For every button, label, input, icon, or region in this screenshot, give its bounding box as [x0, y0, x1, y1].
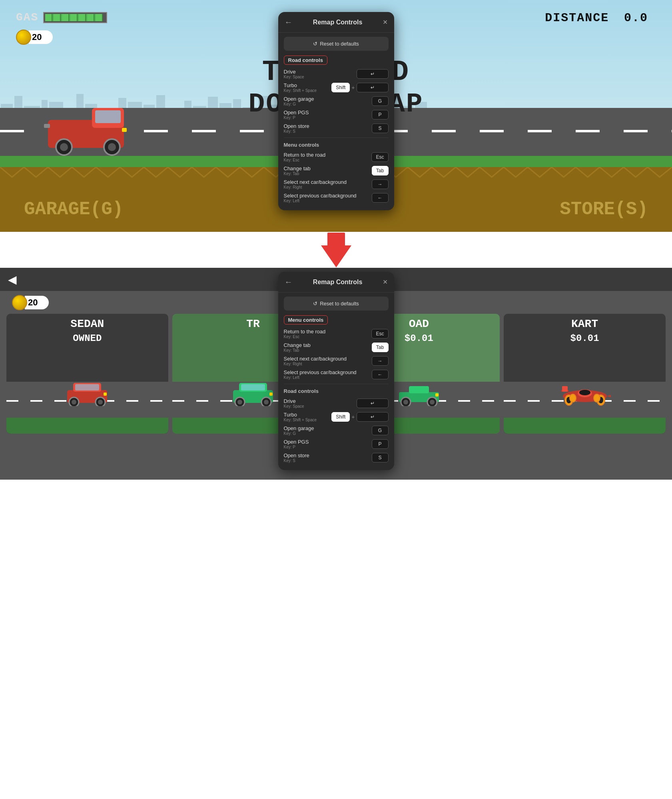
pgs-key-btn[interactable]: P [372, 110, 389, 120]
modal-header-top: ← Remap Controls × [278, 12, 394, 33]
return-key-btn[interactable]: Esc [371, 152, 388, 162]
svg-point-21 [237, 400, 242, 404]
control-row-prev-bottom: Select previous car/background Key: Left… [284, 369, 389, 380]
pgs-key-btn-b[interactable]: P [372, 439, 389, 449]
return-key-btn-b[interactable]: Esc [371, 329, 388, 339]
coin-display-bottom: 20 [12, 295, 49, 310]
menu-controls-section-bottom: Menu controls [284, 315, 328, 325]
prev-key-btn-b[interactable]: ← [372, 370, 389, 379]
control-row-next-top: Select next car/background Key: Right → [284, 179, 389, 189]
control-name-prev: Select previous car/background [284, 193, 372, 199]
control-info-store-top: Open store Key: S [284, 123, 372, 133]
svg-point-42 [570, 394, 576, 402]
gas-bar [43, 12, 107, 23]
modal-back-btn-top[interactable]: ← [285, 18, 293, 27]
gas-hud: GAS [16, 11, 107, 24]
turbo-shift-btn-b[interactable]: Shift [331, 412, 350, 422]
control-row-next-bottom: Select next car/background Key: Right → [284, 356, 389, 366]
control-key-store: Key: S [284, 129, 372, 133]
control-info-turbo-bottom: Turbo Key: Shift + Space [284, 412, 332, 422]
control-info-drive-bottom: Drive Key: Space [284, 398, 357, 408]
garage-key-btn[interactable]: G [372, 96, 389, 106]
control-name-return-b: Return to the road [284, 329, 372, 335]
drive-key-btn-b[interactable]: ↵ [357, 399, 389, 408]
gas-seg-7 [96, 14, 103, 21]
oad-car-img [397, 378, 441, 408]
next-key-btn[interactable]: → [372, 179, 389, 189]
control-name-changetab-b: Change tab [284, 342, 372, 348]
control-row-store-bottom: Open store Key: S S [284, 452, 389, 463]
modal-body-bottom[interactable]: ↺ Reset to defaults Menu controls Return… [278, 293, 394, 470]
control-info-changetab-top: Change tab Key: Tab [284, 165, 372, 176]
svg-point-43 [594, 394, 600, 402]
kart-label: KART [504, 318, 666, 330]
reset-icon-top: ↺ [313, 41, 317, 47]
car-card-kart[interactable]: KART $0.01 [504, 314, 666, 434]
distance-hud: DISTANCE 0.0 [545, 11, 648, 25]
car-card-sedan[interactable]: SEDAN OWNED [6, 314, 168, 434]
sedan-sub: OWNED [6, 333, 168, 344]
store-key-btn[interactable]: S [372, 124, 389, 133]
road-controls-section-bottom: Road controls [284, 388, 389, 394]
modal-close-btn-top[interactable]: × [383, 18, 388, 27]
bottom-remap-modal[interactable]: ← Remap Controls × ↺ Reset to defaults M… [278, 272, 394, 470]
control-name-turbo-b: Turbo [284, 412, 332, 418]
kart-sub: $0.01 [504, 333, 666, 344]
svg-point-15 [98, 400, 103, 404]
top-remap-modal[interactable]: ← Remap Controls × ↺ Reset to defaults R… [278, 12, 394, 210]
control-name-drive: Drive [284, 69, 357, 75]
control-info-changetab-bottom: Change tab Key: Tab [284, 342, 372, 353]
prev-key-btn[interactable]: ← [372, 193, 389, 203]
store-back-btn[interactable]: ◀ [8, 273, 17, 286]
modal-back-btn-bottom[interactable]: ← [285, 277, 293, 287]
red-truck [44, 104, 132, 157]
control-name-store-b: Open store [284, 452, 372, 458]
reset-defaults-btn-bottom[interactable]: ↺ Reset to defaults [284, 297, 389, 311]
store-label: STORE(S) [560, 199, 648, 220]
svg-point-4 [60, 143, 68, 151]
reset-icon-bottom: ↺ [313, 301, 317, 307]
modal-body-top[interactable]: ↺ Reset to defaults Road controls Drive … [278, 33, 394, 210]
svg-point-6 [108, 143, 116, 151]
control-row-pgs-top: Open PGS Key: P P [284, 110, 389, 120]
control-name-turbo: Turbo [284, 82, 332, 88]
coin-value-bottom: 20 [25, 296, 49, 309]
changetab-key-btn-top[interactable]: Tab [372, 166, 389, 175]
down-arrow [321, 233, 351, 267]
store-key-btn-b[interactable]: S [372, 453, 389, 462]
modal-close-btn-bottom[interactable]: × [383, 277, 388, 287]
changetab-key-btn-bottom[interactable]: Tab [372, 343, 389, 352]
control-key-changetab: Key: Tab [284, 171, 372, 176]
control-name-garage-b: Open garage [284, 425, 372, 431]
bottom-game-panel: ◀ STORE 20 SEDAN OWNED [0, 268, 672, 480]
turbo-space-btn[interactable]: ↵ [357, 83, 389, 92]
control-info-pgs-top: Open PGS Key: P [284, 110, 372, 120]
garage-label: GARAGE(G) [24, 199, 123, 220]
turbo-space-btn-b[interactable]: ↵ [357, 412, 389, 422]
control-row-garage-bottom: Open garage Key: G G [284, 425, 389, 436]
svg-rect-37 [562, 386, 568, 392]
control-key-changetab-b: Key: Tab [284, 348, 372, 353]
section-divider-2 [284, 384, 389, 384]
gas-bar-fill [45, 14, 103, 21]
svg-rect-16 [104, 393, 107, 396]
control-key-store-b: Key: S [284, 458, 372, 463]
next-key-btn-b[interactable]: → [372, 356, 389, 366]
control-row-return-top: Return to the road Key: Esc Esc [284, 152, 389, 162]
garage-key-btn-b[interactable]: G [372, 426, 389, 435]
gas-seg-5 [79, 14, 86, 21]
control-key-turbo: Key: Shift + Space [284, 88, 332, 93]
top-game-panel: GAS 20 DISTANCE 0.0 TAP TO D DOUBLE TAP [0, 0, 672, 232]
drive-key-btn[interactable]: ↵ [357, 69, 389, 79]
turbo-shift-btn[interactable]: Shift [331, 83, 350, 92]
control-key-prev: Key: Left [284, 199, 372, 203]
reset-label-top: Reset to defaults [320, 41, 359, 47]
sedan-car-img [65, 378, 109, 408]
reset-defaults-btn-top[interactable]: ↺ Reset to defaults [284, 37, 389, 51]
arrow-head [321, 245, 351, 267]
control-key-return: Key: Esc [284, 158, 372, 162]
control-row-store-top: Open store Key: S S [284, 123, 389, 133]
turbo-keys-bottom: Shift + ↵ [331, 412, 388, 422]
control-row-prev-top: Select previous car/background Key: Left… [284, 193, 389, 203]
turbo-keys-top: Shift + ↵ [331, 83, 388, 92]
